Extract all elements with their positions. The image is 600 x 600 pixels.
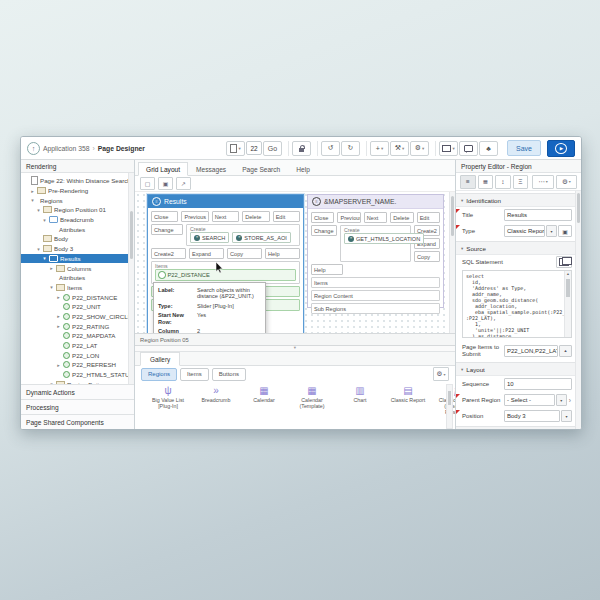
history-menu-button[interactable]: ⋯ ▾ xyxy=(532,175,553,189)
rendering-tree-item[interactable]: Attributes xyxy=(21,224,134,234)
collapse-all-groups-button[interactable]: ↕ xyxy=(495,175,511,189)
region-mock-button[interactable]: Help xyxy=(265,248,300,259)
undo-button[interactable]: ↺ xyxy=(321,141,340,156)
page-items-to-submit-input[interactable]: P22_LON,P22_LAT,P22_ xyxy=(504,345,558,357)
parent-region-select-caret[interactable]: ▾ xyxy=(556,394,567,406)
rendering-tree-item[interactable]: Region Buttons xyxy=(21,379,134,384)
rendering-tree-item[interactable]: Pre-Rendering xyxy=(21,186,134,196)
page-finder-button[interactable]: ▾ xyxy=(226,141,245,156)
go-button[interactable]: Go xyxy=(263,141,282,156)
expand-all-button[interactable]: ▣ xyxy=(158,177,173,190)
rendering-tree-item[interactable]: Body 3 xyxy=(21,244,134,254)
parent-region-select[interactable]: - Select - xyxy=(504,394,555,406)
shared-components-button[interactable]: ♣ xyxy=(479,141,498,156)
appearance-section-header[interactable]: ▾ Appearance xyxy=(456,426,576,429)
rendering-tree-item[interactable]: P22_LON xyxy=(21,350,134,360)
sequence-input[interactable]: 10 xyxy=(504,378,572,390)
property-editor-scrollbar-thumb[interactable] xyxy=(577,193,581,223)
tree-scrollbar[interactable] xyxy=(128,173,134,384)
region-mock-button[interactable]: Help xyxy=(311,264,343,275)
position-select-caret[interactable]: ▾ xyxy=(561,410,572,422)
region-mock-button[interactable]: Close xyxy=(311,212,334,223)
rendering-tree-item[interactable]: P22_SHOW_CIRCLE xyxy=(21,312,134,322)
region-mock-button[interactable]: Edit xyxy=(273,211,300,222)
gallery-filter-button[interactable]: Regions xyxy=(141,368,177,381)
rendering-panel-header[interactable]: Rendering xyxy=(21,160,134,173)
code-editor-button[interactable] xyxy=(556,256,572,268)
rendering-tree-item[interactable]: Columns xyxy=(21,263,134,273)
rendering-tree-item[interactable]: P22_RATING xyxy=(21,321,134,331)
gallery-item[interactable]: ▤ Classic Report xyxy=(385,384,431,429)
results-region-header[interactable]: ≡ Results xyxy=(148,195,303,208)
source-section-header[interactable]: ▾ Source xyxy=(456,241,576,255)
rendering-tree-item[interactable]: P22_DISTANCE xyxy=(21,292,134,302)
search-button-mock[interactable]: ≡ SEARCH xyxy=(190,232,229,243)
canvas-scrollbar-thumb[interactable] xyxy=(451,196,455,236)
redo-button[interactable]: ↻ xyxy=(341,141,360,156)
canvas-scrollbar[interactable] xyxy=(449,192,455,333)
region-mock-button[interactable]: Next xyxy=(364,212,387,223)
accordion-page-shared-components[interactable]: Page Shared Components xyxy=(21,414,134,429)
region-mock-button[interactable]: Previous xyxy=(181,211,208,222)
rendering-tree-item[interactable]: Page 22: Within Distance Search xyxy=(21,176,134,186)
show-common-button[interactable]: ≣ xyxy=(478,175,494,189)
store-as-aoi-button-mock[interactable]: ≡ STORE_AS_AOI xyxy=(232,232,291,243)
gallery-item[interactable]: » Breadcrumb xyxy=(193,384,239,429)
show-all-button[interactable]: ≡ xyxy=(460,175,476,189)
gallery-scrollbar[interactable] xyxy=(446,384,453,429)
mapserver-region-mock[interactable]: ≡ &MAPSERVER_NAME. ClosePreviousNextDele… xyxy=(307,194,444,308)
rendering-tree-item[interactable]: Attributes xyxy=(21,273,134,283)
rendering-tree-item[interactable]: Body xyxy=(21,234,134,244)
accordion-dynamic-actions[interactable]: Dynamic Actions xyxy=(21,384,134,399)
region-mock-button[interactable]: Copy xyxy=(414,251,440,262)
rendering-tree-item[interactable]: P22_LAT xyxy=(21,341,134,351)
region-mock-button[interactable]: Previous xyxy=(337,212,360,223)
gallery-item[interactable]: ▦ Calendar xyxy=(241,384,287,429)
gallery-filter-button[interactable]: Items xyxy=(180,368,209,381)
type-select[interactable]: Classic Report xyxy=(504,225,545,237)
submit-items-picker-button[interactable]: ▲ xyxy=(559,345,572,357)
get-html5-location-button-mock[interactable]: ≡ GET_HTML5_LOCATION xyxy=(344,233,424,244)
region-mock-button[interactable]: Change xyxy=(311,225,337,236)
rendering-tree-item[interactable]: P22_UNIT xyxy=(21,302,134,312)
rendering-tree-item[interactable]: P22_REFRESH xyxy=(21,360,134,370)
gallery-item[interactable]: ψ Big Value List [Plug-In] xyxy=(145,384,191,429)
rendering-tree-item[interactable]: Breadcrumb xyxy=(21,215,134,225)
editor-settings-button[interactable]: ⚙ ▾ xyxy=(556,175,577,189)
rendering-tree-item[interactable]: P22_MAPDATA xyxy=(21,331,134,341)
center-tab[interactable]: Help xyxy=(288,162,318,177)
region-mock-button[interactable]: Delete xyxy=(242,211,269,222)
app-home-icon[interactable]: ↑ xyxy=(27,142,40,155)
region-mock-button[interactable]: Delete xyxy=(390,212,413,223)
region-mock-button[interactable]: Expand xyxy=(189,248,224,259)
tree-scrollbar-thumb[interactable] xyxy=(130,211,134,259)
run-page-button[interactable]: ▶ xyxy=(547,140,575,157)
region-slot-bar[interactable]: Region Content xyxy=(311,290,440,301)
display-menu-button[interactable]: ▾ xyxy=(439,141,458,156)
region-mock-button[interactable]: Next xyxy=(212,211,239,222)
region-position-05-slot[interactable]: Region Position 05 xyxy=(135,333,455,346)
gallery-scrollbar-thumb[interactable] xyxy=(448,391,451,405)
region-slot-bar[interactable]: Sub Regions xyxy=(311,303,440,314)
save-button[interactable]: Save xyxy=(507,140,541,156)
breadcrumb-app[interactable]: Application 358 xyxy=(43,145,89,152)
settings-menu-button[interactable]: ⚙▾ xyxy=(410,141,429,156)
expand-all-groups-button[interactable]: Ξ xyxy=(513,175,529,189)
gallery-item[interactable]: ▦ Calendar (Template) xyxy=(289,384,335,429)
utilities-menu-button[interactable]: ⚒▾ xyxy=(390,141,409,156)
position-select[interactable]: Body 3 xyxy=(504,410,560,422)
region-mock-button[interactable]: Change xyxy=(151,224,183,235)
rendering-tree-item[interactable]: Region Position 01 xyxy=(21,205,134,215)
type-select-caret[interactable]: ▾ xyxy=(546,225,557,237)
code-scrollbar-thumb[interactable] xyxy=(566,279,570,297)
comments-button[interactable] xyxy=(459,141,478,156)
mapserver-region-header[interactable]: ≡ &MAPSERVER_NAME. xyxy=(308,195,443,209)
gallery-filter-button[interactable]: Buttons xyxy=(212,368,246,381)
gallery-settings-button[interactable]: ⚙ ▾ xyxy=(433,367,449,381)
gallery-tab[interactable]: Gallery xyxy=(140,352,180,366)
p22-distance-item[interactable]: P22_DISTANCE xyxy=(155,269,296,281)
layout-section-header[interactable]: ▾ Layout xyxy=(456,362,576,376)
code-scrollbar[interactable]: ▲ xyxy=(564,271,571,337)
region-mock-button[interactable]: Create2 xyxy=(151,248,186,259)
type-quickpick-button[interactable]: ▣ xyxy=(558,225,572,237)
